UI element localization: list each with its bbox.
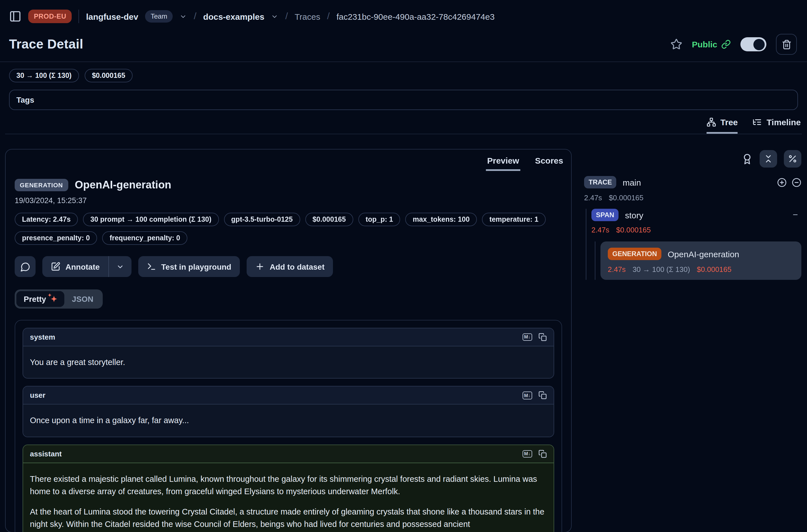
view-tabs: Tree Timeline — [5, 110, 802, 134]
public-label: Public — [692, 39, 717, 49]
message-content: Once upon a time in a galaxy far, far aw… — [23, 405, 553, 437]
content-columns: Preview Scores GENERATION OpenAI-generat… — [0, 134, 807, 532]
sidebar-toggle-icon[interactable] — [9, 10, 21, 23]
breadcrumb-separator: / — [194, 11, 196, 22]
tab-tree-label: Tree — [720, 117, 738, 127]
latency-badge: Latency: 2.47s — [15, 213, 78, 226]
minus-circle-icon[interactable] — [792, 177, 801, 187]
token-usage-badge: 30 prompt → 100 completion (Σ 130) — [83, 213, 219, 226]
cost-badge: $0.000165 — [85, 69, 133, 82]
generation-name: OpenAI-generation — [668, 249, 739, 259]
message-content: You are a great storyteller. — [23, 346, 553, 378]
breadcrumb: PROD-EU langfuse-dev Team / docs-example… — [0, 0, 807, 29]
generation-metrics: 2.47s 30 → 100 (Σ 130) $0.000165 — [608, 260, 794, 273]
tab-timeline-label: Timeline — [767, 117, 801, 127]
percent-icon — [788, 154, 797, 164]
tree-level-2: GENERATION OpenAI-generation 2.47s 30 → … — [595, 242, 801, 280]
tags-box[interactable]: Tags — [9, 90, 798, 110]
collapse-node-control[interactable]: − — [793, 210, 801, 220]
environment-badge[interactable]: PROD-EU — [28, 10, 72, 23]
trace-cost: $0.000165 — [609, 193, 644, 202]
observation-title: OpenAI-generation — [75, 179, 171, 191]
trace-tree-panel: TRACE main 2.47s $0.000165 — [572, 149, 801, 532]
add-to-dataset-button[interactable]: Add to dataset — [247, 256, 333, 277]
tree-node-trace[interactable]: TRACE main — [584, 176, 801, 188]
model-badge: gpt-3.5-turbo-0125 — [224, 213, 300, 226]
pretty-label: Pretty — [24, 294, 46, 304]
message-assistant: assistant M↓ There existed a majestic pl… — [23, 444, 554, 532]
plus-circle-icon[interactable] — [777, 177, 787, 187]
observation-actions: Annotate Test in playground Add to datas… — [6, 245, 571, 277]
tab-preview[interactable]: Preview — [486, 155, 520, 171]
copy-icon[interactable] — [538, 450, 547, 458]
comment-button[interactable] — [15, 256, 36, 277]
role-label: user — [30, 391, 45, 400]
trash-icon — [781, 39, 791, 49]
org-plan-badge: Team — [145, 10, 173, 23]
tab-timeline[interactable]: Timeline — [753, 117, 801, 134]
span-type-badge: SPAN — [592, 209, 619, 221]
collapse-all-button[interactable] — [759, 150, 777, 168]
breadcrumb-traces[interactable]: Traces — [295, 12, 320, 21]
breadcrumb-org[interactable]: langfuse-dev — [86, 12, 138, 21]
markdown-toggle-icon[interactable]: M↓ — [522, 334, 532, 341]
role-label: system — [30, 333, 55, 341]
toggle-knob — [753, 39, 765, 50]
format-pretty[interactable]: Pretty ✦✦ — [16, 291, 64, 307]
markdown-toggle-icon[interactable]: M↓ — [522, 450, 532, 458]
timeline-icon — [753, 117, 762, 127]
test-in-playground-button[interactable]: Test in playground — [138, 256, 240, 277]
temperature-badge: temperature: 1 — [482, 213, 546, 226]
delete-trace-button[interactable] — [776, 34, 797, 55]
annotate-button[interactable]: Annotate — [42, 256, 108, 277]
trace-summary-badges: 30 → 100 (Σ 130) $0.000165 — [0, 62, 807, 82]
copy-icon[interactable] — [538, 391, 547, 400]
annotate-dropdown[interactable] — [109, 256, 131, 277]
assistant-paragraph-2: At the heart of Lumina stood the towerin… — [30, 506, 547, 531]
role-label: assistant — [30, 450, 62, 458]
span-name: story — [625, 210, 643, 220]
observation-meta-badges-row2: presence_penalty: 0 frequency_penalty: 0 — [6, 226, 571, 245]
public-toggle[interactable] — [740, 37, 766, 51]
tree-node-generation-selected[interactable]: GENERATION OpenAI-generation 2.47s 30 → … — [600, 242, 801, 280]
tab-tree[interactable]: Tree — [706, 117, 738, 134]
chevron-down-icon[interactable] — [271, 13, 279, 20]
trace-latency: 2.47s — [584, 193, 602, 202]
markdown-toggle-icon[interactable]: M↓ — [522, 392, 532, 399]
cost-badge: $0.000165 — [305, 213, 353, 226]
observation-type-badge: GENERATION — [15, 179, 68, 191]
tree-icon — [706, 117, 716, 127]
app-root: PROD-EU langfuse-dev Team / docs-example… — [0, 0, 807, 532]
span-cost: $0.000165 — [616, 226, 651, 234]
chevron-down-icon[interactable] — [180, 13, 187, 20]
breadcrumb-separator: / — [285, 11, 288, 22]
generation-tokens: 30 → 100 (Σ 130) — [633, 265, 690, 273]
format-json[interactable]: JSON — [64, 291, 101, 307]
generation-type-badge: GENERATION — [608, 248, 661, 260]
award-icon[interactable] — [742, 153, 753, 165]
message-header-icons: M↓ — [522, 333, 547, 341]
edit-icon — [51, 262, 60, 271]
trace-name: main — [623, 177, 641, 187]
show-percentages-button[interactable] — [784, 150, 801, 168]
panel-tabs: Preview Scores — [6, 150, 571, 171]
breadcrumb-project[interactable]: docs-examples — [203, 12, 264, 21]
observation-timestamp: 19/03/2024, 15:25:37 — [6, 191, 571, 205]
presence-penalty-badge: presence_penalty: 0 — [15, 231, 97, 245]
assistant-paragraph-1: There existed a majestic planet called L… — [30, 473, 547, 498]
message-header: system M↓ — [23, 328, 553, 346]
message-header: assistant M↓ — [23, 445, 553, 463]
copy-icon[interactable] — [538, 333, 547, 341]
span-latency: 2.47s — [592, 226, 609, 234]
message-user: user M↓ Once upon a time in a galaxy far… — [23, 386, 554, 437]
star-icon[interactable] — [671, 38, 682, 50]
tree-level-1: SPAN story − 2.47s $0.000165 GENERATION … — [586, 209, 801, 280]
tree-zoom-controls — [777, 177, 801, 187]
message-header-icons: M↓ — [522, 391, 547, 400]
public-link[interactable]: Public — [692, 39, 731, 49]
io-container: system M↓ You are a great storyteller. u… — [15, 320, 562, 532]
tree-node-span[interactable]: SPAN story − — [592, 209, 801, 221]
tab-scores[interactable]: Scores — [534, 155, 564, 171]
breadcrumb-trace-id: fac231bc-90ee-490a-aa32-78c4269474e3 — [336, 12, 494, 21]
token-usage-badge: 30 → 100 (Σ 130) — [9, 69, 79, 82]
